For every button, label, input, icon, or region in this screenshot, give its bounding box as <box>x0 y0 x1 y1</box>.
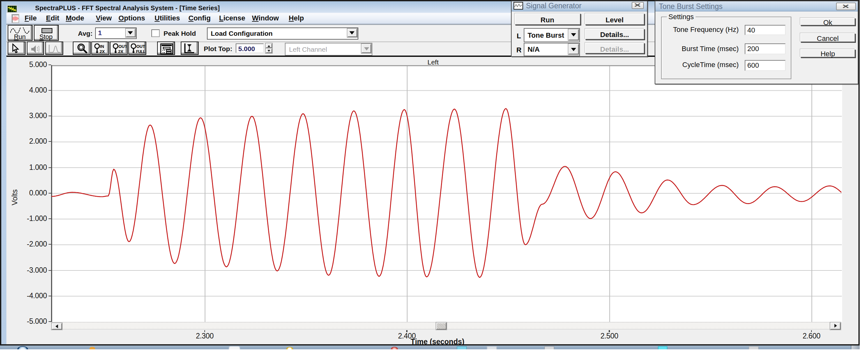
svg-text:OUT: OUT <box>136 44 145 49</box>
svg-text:IN: IN <box>100 44 104 49</box>
svg-text:2X: 2X <box>118 50 123 54</box>
svg-text:OUT: OUT <box>118 44 126 49</box>
svg-text:2X: 2X <box>99 50 104 54</box>
svg-text:FULL: FULL <box>136 50 145 54</box>
